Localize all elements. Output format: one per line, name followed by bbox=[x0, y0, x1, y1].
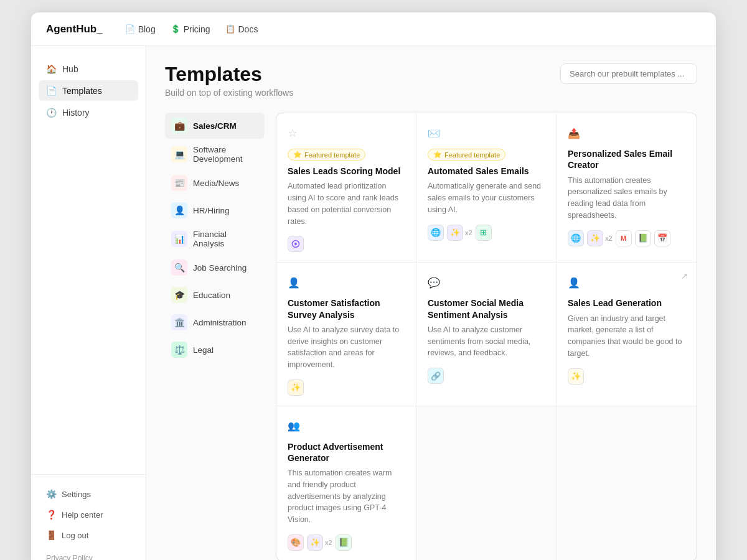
email-card-icon: ✉️ bbox=[428, 128, 440, 139]
tool-grid-icon: ⊞ bbox=[476, 225, 492, 241]
featured-badge-1: ⭐ Featured template bbox=[288, 149, 365, 161]
nav-pricing[interactable]: 💲 Pricing bbox=[171, 24, 210, 34]
sidebar-settings[interactable]: ⚙️ Settings bbox=[39, 485, 138, 504]
hr-cat-icon: 👤 bbox=[171, 202, 187, 218]
docs-icon: 📋 bbox=[225, 24, 235, 34]
survey-user-icon: 👤 bbox=[288, 277, 300, 289]
templates-grid: ☆ ⭐ Featured template Sales Leads Scorin… bbox=[276, 113, 697, 560]
tool-ai-3: ✨ bbox=[307, 534, 323, 551]
category-sales[interactable]: 💼 Sales/CRM bbox=[165, 113, 265, 139]
category-job[interactable]: 🔍 Job Searching bbox=[165, 254, 265, 281]
content-header: Templates Build on top of existing workf… bbox=[165, 63, 697, 98]
sidebar-logout[interactable]: 🚪 Log out bbox=[39, 526, 138, 545]
card-title-3: Personalized Sales Email Creator bbox=[568, 148, 685, 170]
card-tools-5: 🔗 bbox=[428, 368, 545, 384]
template-card-product-ad[interactable]: 👥 Product Advertisement Generator This a… bbox=[276, 406, 416, 560]
logout-icon: 🚪 bbox=[46, 530, 57, 541]
sidebar-help[interactable]: ❓ Help center bbox=[39, 505, 138, 525]
category-list: 💼 Sales/CRM 💻 Software Development 📰 Med… bbox=[165, 113, 265, 560]
pricing-icon: 💲 bbox=[171, 24, 181, 34]
card-desc-7: This automation creates warm and friendl… bbox=[288, 467, 405, 526]
card-title-1: Sales Leads Scoring Model bbox=[288, 166, 405, 177]
card-desc-4: Use AI to analyze survey data to derive … bbox=[288, 324, 405, 371]
edu-cat-icon: 🎓 bbox=[171, 287, 187, 303]
template-card-leads-scoring[interactable]: ☆ ⭐ Featured template Sales Leads Scorin… bbox=[276, 113, 416, 263]
card-desc-3: This automation creates personalized sal… bbox=[568, 175, 685, 222]
category-software[interactable]: 💻 Software Development bbox=[165, 140, 265, 169]
category-admin[interactable]: 🏛️ Administration bbox=[165, 309, 265, 335]
card-title-4: Customer Satisfaction Survey Analysis bbox=[288, 297, 405, 320]
page-title: Templates bbox=[165, 63, 293, 85]
tool-circle-icon bbox=[288, 236, 304, 252]
template-card-empty-2 bbox=[557, 406, 697, 560]
legal-cat-icon: ⚖️ bbox=[171, 342, 187, 358]
card-desc-5: Use AI to analyze customer sentiments fr… bbox=[428, 324, 545, 359]
template-card-sentiment[interactable]: 💬 Customer Social Media Sentiment Analys… bbox=[416, 263, 557, 406]
svg-point-1 bbox=[294, 243, 297, 245]
blog-icon: 📄 bbox=[125, 24, 135, 34]
logo: AgentHub_ bbox=[46, 23, 103, 35]
finance-cat-icon: 📊 bbox=[171, 231, 187, 247]
sales-cat-icon: 💼 bbox=[171, 118, 187, 134]
lead-gen-icon: 👤 bbox=[568, 277, 580, 289]
product-ad-icon: 👥 bbox=[288, 420, 300, 432]
tool-ai-2: ✨ bbox=[587, 230, 603, 246]
category-education[interactable]: 🎓 Education bbox=[165, 282, 265, 308]
top-nav: AgentHub_ 📄 Blog 💲 Pricing 📋 Docs bbox=[31, 12, 716, 46]
card-desc-2: Automatically generate and send sales em… bbox=[428, 180, 545, 215]
tool-palette: 🎨 bbox=[288, 534, 304, 551]
sidebar: 🏠 Hub 📄 Templates 🕐 History ⚙️ Settings bbox=[31, 46, 146, 560]
category-media[interactable]: 📰 Media/News bbox=[165, 170, 265, 196]
upload-icon: 📤 bbox=[568, 128, 580, 139]
sidebar-item-history[interactable]: 🕐 History bbox=[39, 102, 138, 123]
nav-blog[interactable]: 📄 Blog bbox=[125, 24, 156, 34]
templates-icon: 📄 bbox=[46, 85, 57, 96]
card-title-5: Customer Social Media Sentiment Analysis bbox=[428, 297, 545, 320]
card-title-2: Automated Sales Emails bbox=[428, 166, 545, 177]
category-finance[interactable]: 📊 Financial Analysis bbox=[165, 225, 265, 253]
page-subtitle: Build on top of existing workflows bbox=[165, 88, 293, 98]
tool-link: 🔗 bbox=[428, 368, 444, 384]
template-card-auto-emails[interactable]: ✉️ ⭐ Featured template Automated Sales E… bbox=[416, 113, 557, 263]
tool-count: x2 bbox=[465, 229, 472, 236]
category-legal[interactable]: ⚖️ Legal bbox=[165, 337, 265, 363]
template-card-email-creator[interactable]: 📤 Personalized Sales Email Creator This … bbox=[557, 113, 697, 263]
external-link-icon: ↗ bbox=[681, 271, 688, 281]
main-content: Templates Build on top of existing workf… bbox=[146, 46, 716, 560]
tool-count-3: x2 bbox=[325, 539, 332, 546]
featured-badge-2: ⭐ Featured template bbox=[428, 149, 505, 161]
card-desc-6: Given an industry and target market, gen… bbox=[568, 313, 685, 360]
card-tools-3: 🌐 ✨ x2 M 📗 📅 bbox=[568, 230, 685, 246]
privacy-link[interactable]: Privacy Policy bbox=[39, 550, 138, 560]
tool-gmail: M bbox=[616, 230, 632, 246]
tool-sheets: 📗 bbox=[635, 230, 651, 246]
settings-icon: ⚙️ bbox=[46, 489, 57, 500]
tool-count-2: x2 bbox=[605, 235, 613, 242]
templates-area: 💼 Sales/CRM 💻 Software Development 📰 Med… bbox=[165, 113, 697, 560]
sidebar-item-hub[interactable]: 🏠 Hub bbox=[39, 58, 138, 79]
card-tools-6: ✨ bbox=[568, 368, 685, 385]
tool-calendar: 📅 bbox=[654, 230, 670, 246]
tool-web-2: 🌐 bbox=[568, 230, 584, 246]
badge-star-icon-2: ⭐ bbox=[433, 151, 442, 159]
software-cat-icon: 💻 bbox=[171, 146, 187, 162]
hub-icon: 🏠 bbox=[46, 63, 57, 74]
sidebar-item-templates[interactable]: 📄 Templates bbox=[39, 80, 138, 101]
template-card-lead-gen[interactable]: ↗ 👤 Sales Lead Generation Given an indus… bbox=[557, 263, 697, 406]
badge-star-icon: ⭐ bbox=[293, 151, 302, 159]
tool-web-icon: 🌐 bbox=[428, 225, 444, 241]
template-card-empty-1 bbox=[416, 406, 557, 560]
category-hr[interactable]: 👤 HR/Hiring bbox=[165, 197, 265, 223]
tool-sparkle: ✨ bbox=[288, 380, 304, 396]
star-placeholder-icon: ☆ bbox=[288, 126, 298, 140]
card-desc-1: Automated lead prioritization using AI t… bbox=[288, 180, 405, 227]
card-title-7: Product Advertisement Generator bbox=[288, 441, 405, 464]
template-card-survey[interactable]: 👤 Customer Satisfaction Survey Analysis … bbox=[276, 263, 416, 406]
help-icon: ❓ bbox=[46, 510, 57, 520]
search-input[interactable] bbox=[560, 63, 697, 84]
media-cat-icon: 📰 bbox=[171, 175, 187, 191]
nav-docs[interactable]: 📋 Docs bbox=[225, 24, 258, 34]
job-cat-icon: 🔍 bbox=[171, 259, 187, 276]
card-tools-2: 🌐 ✨ x2 ⊞ bbox=[428, 225, 545, 241]
card-title-6: Sales Lead Generation bbox=[568, 297, 685, 309]
